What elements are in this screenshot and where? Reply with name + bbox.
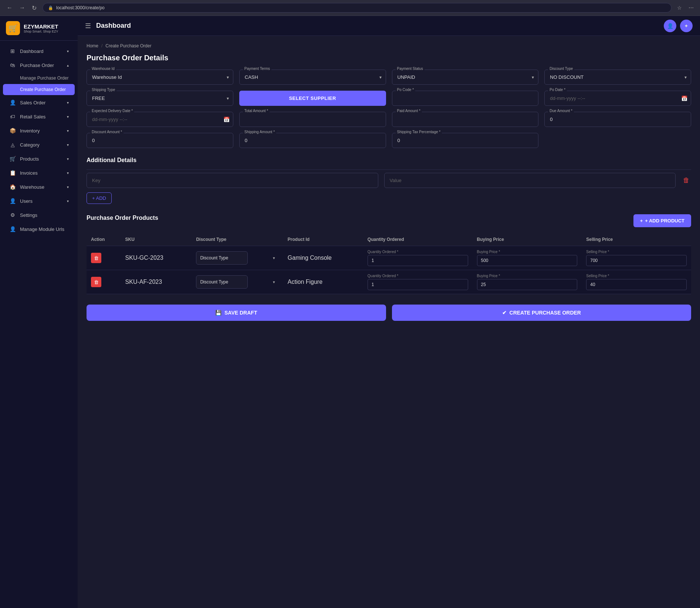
payment-status-select[interactable]: UNPAID PAID PARTIAL <box>392 70 539 85</box>
topbar: ☰ Dashboard 👤 ✦ <box>78 16 700 36</box>
expected-delivery-date-input[interactable] <box>87 112 233 127</box>
topbar-title: Dashboard <box>96 22 131 30</box>
row2-selling-label: Selling Price * <box>586 274 687 278</box>
po-code-input[interactable] <box>392 91 539 106</box>
col-product-id: Product Id <box>283 233 363 246</box>
paid-amount-input[interactable] <box>392 112 539 127</box>
add-product-button[interactable]: + + ADD PRODUCT <box>633 214 691 227</box>
row1-discount-type-select[interactable]: Discount Type PERCENTAGE FIXED <box>196 251 248 265</box>
shipping-type-select[interactable]: FREE STANDARD EXPRESS <box>87 91 233 106</box>
breadcrumb-sep: / <box>101 43 102 48</box>
sidebar-item-products-label: Products <box>20 156 39 162</box>
shipping-tax-percentage-field: Shipping Tax Percentage * <box>392 133 539 148</box>
sidebar-item-warehouse[interactable]: 🏠 Warehouse ▾ <box>3 180 75 194</box>
key-input[interactable] <box>87 173 378 188</box>
table-header: Action SKU Discount Type Product Id Quan… <box>87 233 691 246</box>
browser-url-bar[interactable]: 🔒 localhost:3000/create/po <box>43 3 672 13</box>
select-supplier-button[interactable]: SELECT SUPPLIER <box>239 91 386 106</box>
retail-sales-chevron: ▾ <box>67 115 69 119</box>
row2-qty-label: Quantity Ordered * <box>368 274 468 278</box>
sidebar-item-retail-sales[interactable]: 🏷 Retail Sales ▾ <box>3 110 75 123</box>
po-code-field: Po Code * <box>392 91 539 106</box>
total-amount-label: Total Amount * <box>243 109 270 113</box>
hamburger-button[interactable]: ☰ <box>85 22 91 30</box>
additional-details-row: 🗑 <box>87 173 691 188</box>
table-body: 🗑 SKU-GC-2023 Discount Type <box>87 246 691 294</box>
sidebar-item-sales-order[interactable]: 👤 Sales Order ▾ <box>3 96 75 109</box>
shipping-amount-input[interactable] <box>239 133 386 148</box>
back-button[interactable]: ← <box>4 4 15 12</box>
delivery-date-calendar-icon[interactable]: 📅 <box>223 117 230 122</box>
row2-discount-type-select[interactable]: Discount Type PERCENTAGE FIXED <box>196 275 248 289</box>
shipping-tax-percentage-input[interactable] <box>392 133 539 148</box>
warehouse-icon: 🏠 <box>9 184 16 190</box>
col-sku: SKU <box>121 233 192 246</box>
add-product-icon: + <box>640 218 643 224</box>
sidebar-item-category[interactable]: ◬ Category ▾ <box>3 138 75 151</box>
sidebar-item-manage-module-urls[interactable]: 👤 Manage Module Urls <box>3 222 75 236</box>
menu-button[interactable]: ⋯ <box>687 4 696 11</box>
sidebar-item-inventory[interactable]: 📦 Inventory ▾ <box>3 124 75 137</box>
sidebar-item-purchase-order[interactable]: 🛍 Purchase Order ▴ <box>3 58 75 72</box>
sparkle-button[interactable]: ✦ <box>680 20 693 32</box>
sidebar-item-create-po[interactable]: Create Purchase Order <box>3 84 75 95</box>
row1-sku: SKU-GC-2023 <box>121 246 192 270</box>
sidebar-item-purchase-order-label: Purchase Order <box>20 63 54 68</box>
sidebar-item-invoices[interactable]: 📋 Invoices ▾ <box>3 166 75 179</box>
row2-selling-input[interactable] <box>586 279 687 290</box>
shipping-type-label: Shipping Type <box>90 88 116 92</box>
logo-sub: Shop Smart. Shop EZY <box>24 30 58 33</box>
refresh-button[interactable]: ↻ <box>30 4 39 12</box>
sidebar-item-users[interactable]: 👤 Users ▾ <box>3 194 75 208</box>
sidebar-item-products[interactable]: 🛒 Products ▾ <box>3 152 75 165</box>
row2-buying-input[interactable] <box>477 279 578 290</box>
browser-actions: ☆ ⋯ <box>675 4 696 11</box>
forward-button[interactable]: → <box>17 4 27 12</box>
footer-buttons: 💾 SAVE DRAFT ✔ CREATE PURCHASE ORDER <box>87 305 691 328</box>
row1-buying-input[interactable] <box>477 255 578 266</box>
star-button[interactable]: ☆ <box>675 4 684 11</box>
discount-amount-input[interactable] <box>87 133 233 148</box>
due-amount-input[interactable] <box>544 112 691 127</box>
row1-quantity-ordered: Quantity Ordered * <box>363 246 473 270</box>
invoices-chevron: ▾ <box>67 171 69 175</box>
sidebar-item-manage-po[interactable]: Manage Purchase Order <box>3 73 75 84</box>
additional-details-title: Additional Details <box>87 157 691 164</box>
dashboard-chevron: ▾ <box>67 49 69 53</box>
purchase-order-chevron: ▴ <box>67 63 69 67</box>
select-supplier-field: SELECT SUPPLIER <box>239 91 386 106</box>
payment-terms-field: Payment Terms CASH CREDIT NET30 <box>239 70 386 85</box>
col-discount-type: Discount Type <box>192 233 283 246</box>
row1-qty-input[interactable] <box>368 255 468 266</box>
sidebar-item-retail-sales-label: Retail Sales <box>20 114 45 120</box>
user-avatar[interactable]: 👤 <box>664 20 676 32</box>
total-amount-input[interactable] <box>239 112 386 127</box>
discount-type-select[interactable]: NO DISCOUNT PERCENTAGE FIXED <box>544 70 691 85</box>
row1-selling-input[interactable] <box>586 255 687 266</box>
payment-terms-select[interactable]: CASH CREDIT NET30 <box>239 70 386 85</box>
delete-row2-button[interactable]: 🗑 <box>91 277 101 287</box>
breadcrumb-current: Create Purchase Order <box>105 43 151 48</box>
invoices-icon: 📋 <box>9 170 16 176</box>
sidebar-item-settings[interactable]: ⚙ Settings <box>3 208 75 222</box>
col-quantity-ordered: Quantity Ordered <box>363 233 473 246</box>
create-purchase-order-button[interactable]: ✔ CREATE PURCHASE ORDER <box>392 305 691 321</box>
save-draft-button[interactable]: 💾 SAVE DRAFT <box>87 305 386 321</box>
po-date-calendar-icon[interactable]: 📅 <box>681 95 687 101</box>
warehouse-id-select[interactable]: Warehouse Id <box>87 70 233 85</box>
delete-row1-button[interactable]: 🗑 <box>91 253 101 263</box>
sidebar-item-dashboard[interactable]: ⊞ Dashboard ▾ <box>3 44 75 58</box>
separator-1 <box>87 169 691 170</box>
row2-qty-input[interactable] <box>368 279 468 290</box>
products-header: Purchase Order Products + + ADD PRODUCT <box>87 214 691 227</box>
delete-additional-row-button[interactable]: 🗑 <box>682 175 691 186</box>
value-input[interactable] <box>384 173 676 188</box>
breadcrumb-home[interactable]: Home <box>87 43 98 48</box>
manage-module-urls-icon: 👤 <box>9 226 16 232</box>
logo-icon: 🛒 <box>6 21 20 35</box>
add-additional-row-button[interactable]: + ADD <box>87 192 112 204</box>
sidebar-item-manage-module-urls-label: Manage Module Urls <box>20 226 64 232</box>
sidebar-item-invoices-label: Invoices <box>20 170 38 176</box>
row2-discount-type: Discount Type PERCENTAGE FIXED <box>192 270 283 294</box>
po-date-input[interactable] <box>544 91 691 106</box>
